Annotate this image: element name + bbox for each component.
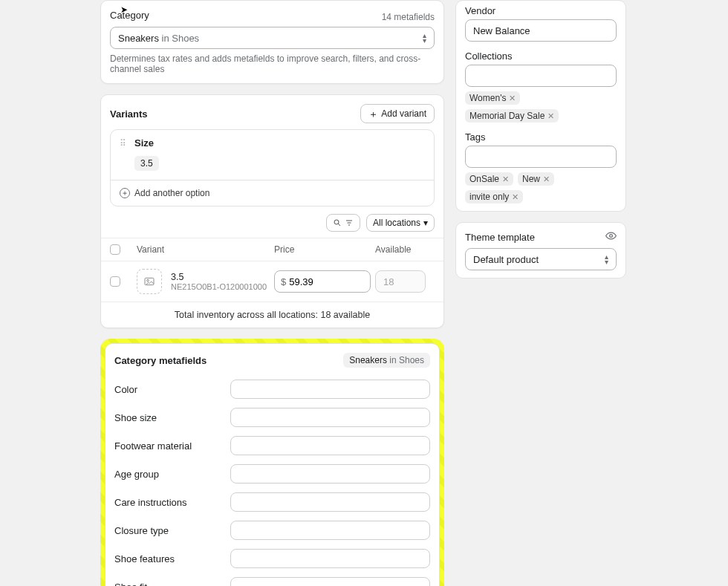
vendor-input[interactable]: New Balance — [465, 19, 617, 42]
col-variant: Variant — [137, 244, 270, 255]
tag-chip[interactable]: invite only✕ — [465, 190, 523, 204]
collection-chip[interactable]: Memorial Day Sale✕ — [465, 109, 559, 123]
category-label: Category — [110, 10, 149, 21]
drag-handle-icon[interactable]: ⠿ — [120, 138, 127, 149]
tags-label: Tags — [465, 131, 617, 143]
metafield-label: Care instructions — [114, 497, 224, 508]
metafield-input[interactable] — [230, 577, 430, 586]
metafield-row: Shoe features — [114, 544, 430, 573]
variant-search-filter-button[interactable] — [326, 214, 360, 232]
metafield-input[interactable] — [230, 464, 430, 484]
theme-template-value: Default product — [473, 254, 539, 265]
metafield-input[interactable] — [230, 549, 430, 568]
category-value-path: in Shoes — [159, 33, 199, 44]
collections-input[interactable] — [465, 65, 617, 87]
chevron-down-icon: ▾ — [423, 218, 428, 228]
metafield-input[interactable] — [230, 492, 430, 512]
metafield-row: Age group — [114, 460, 430, 488]
add-variant-button[interactable]: ＋ Add variant — [360, 104, 435, 123]
theme-template-select[interactable]: Default product ▴▾ — [465, 248, 617, 270]
metafield-input[interactable] — [230, 521, 430, 540]
metafield-input[interactable] — [230, 436, 430, 455]
metafield-input[interactable] — [230, 380, 430, 399]
metafield-label: Shoe features — [114, 553, 224, 564]
remove-chip-icon[interactable]: ✕ — [509, 94, 516, 103]
add-option-button[interactable]: ＋ Add another option — [111, 180, 434, 206]
svg-point-7 — [610, 235, 613, 238]
metafield-input[interactable] — [230, 408, 430, 427]
variant-image-placeholder[interactable] — [137, 269, 162, 294]
metafield-row: Footwear material — [114, 432, 430, 460]
category-metafields-title: Category metafields — [114, 355, 207, 366]
location-filter-label: All locations — [373, 218, 420, 228]
category-value: Sneakers — [118, 33, 159, 44]
metafield-label: Age group — [114, 469, 224, 480]
collection-chip-label: Memorial Day Sale — [469, 111, 545, 121]
category-metafields-card: Category metafields Sneakers in Shoes Co… — [105, 343, 440, 586]
variant-row[interactable]: 3.5 NE215O0B1-O120001000 $ 18 — [101, 261, 443, 302]
variant-option-block: ⠿ Size 3.5 ＋ Add another option — [110, 129, 435, 206]
category-select[interactable]: Sneakers in Shoes ▴▾ — [110, 27, 435, 49]
price-field[interactable] — [289, 276, 364, 287]
price-input[interactable]: $ — [274, 270, 371, 293]
collections-label: Collections — [465, 51, 617, 62]
metafield-label: Shoe size — [114, 412, 224, 423]
tag-chip[interactable]: OnSale✕ — [465, 172, 513, 186]
currency-symbol: $ — [281, 276, 286, 287]
svg-point-0 — [334, 220, 339, 224]
option-name: Size — [134, 137, 425, 149]
remove-chip-icon[interactable]: ✕ — [547, 111, 554, 121]
remove-chip-icon[interactable]: ✕ — [512, 192, 519, 202]
metafields-count-badge[interactable]: 14 metafields — [382, 12, 435, 22]
metafield-label: Color — [114, 384, 224, 395]
available-value: 18 — [383, 276, 394, 287]
highlight-annotation: Category metafields Sneakers in Shoes Co… — [100, 339, 444, 586]
variants-title: Variants — [110, 108, 148, 120]
add-variant-label: Add variant — [381, 108, 426, 119]
location-filter-select[interactable]: All locations ▾ — [366, 214, 435, 232]
tags-input[interactable] — [465, 146, 617, 168]
variants-card: Variants ＋ Add variant ⠿ Size 3.5 ＋ — [100, 94, 444, 328]
metafield-label: Footwear material — [114, 440, 224, 452]
filter-icon — [345, 218, 354, 227]
vendor-value: New Balance — [473, 25, 530, 36]
image-icon — [143, 276, 155, 287]
tag-chip-label: invite only — [469, 192, 509, 202]
collection-chip[interactable]: Women's✕ — [465, 91, 520, 105]
tag-chip-label: New — [522, 174, 540, 184]
metafield-label: Shoe fit — [114, 582, 224, 587]
category-card: Category 14 metafields Sneakers in Shoes… — [100, 0, 444, 84]
metafield-row: Shoe size — [114, 403, 430, 432]
metafield-row: Care instructions — [114, 488, 430, 516]
remove-chip-icon[interactable]: ✕ — [543, 175, 550, 184]
metafield-row: Shoe fit — [114, 573, 430, 586]
inventory-total-text: Total inventory across all locations: 18… — [101, 302, 443, 328]
available-input[interactable]: 18 — [375, 270, 426, 293]
metafield-row: Closure type — [114, 516, 430, 544]
plus-icon: ＋ — [368, 109, 378, 119]
theme-template-label: Theme template — [465, 232, 535, 243]
variant-row-sku: NE215O0B1-O120001000 — [171, 282, 270, 291]
theme-template-card: Theme template Default product ▴▾ — [455, 222, 626, 279]
option-value-chip[interactable]: 3.5 — [134, 156, 159, 171]
variant-table: Variant Price Available 3.5 — [101, 238, 443, 328]
preview-eye-icon[interactable] — [605, 230, 617, 244]
row-checkbox[interactable] — [110, 276, 120, 287]
svg-point-6 — [147, 279, 149, 281]
select-all-checkbox[interactable] — [110, 244, 120, 255]
vendor-label: Vendor — [465, 5, 617, 16]
svg-line-1 — [338, 224, 340, 226]
col-available: Available — [375, 244, 435, 255]
tag-chip-label: OnSale — [469, 174, 499, 184]
product-organization-card: Vendor New Balance Collections Women's✕M… — [455, 0, 626, 212]
variant-option-row[interactable]: ⠿ Size — [111, 130, 434, 156]
metafield-row: Color — [114, 375, 430, 403]
category-metafields-path[interactable]: Sneakers in Shoes — [343, 353, 430, 368]
category-help-text: Determines tax rates and adds metafields… — [110, 53, 435, 74]
tag-chip[interactable]: New✕ — [518, 172, 554, 186]
metafield-label: Closure type — [114, 525, 224, 536]
remove-chip-icon[interactable]: ✕ — [502, 175, 509, 184]
chevron-updown-icon: ▴▾ — [605, 254, 608, 264]
variant-row-title: 3.5 — [171, 272, 270, 282]
search-icon — [333, 218, 342, 227]
